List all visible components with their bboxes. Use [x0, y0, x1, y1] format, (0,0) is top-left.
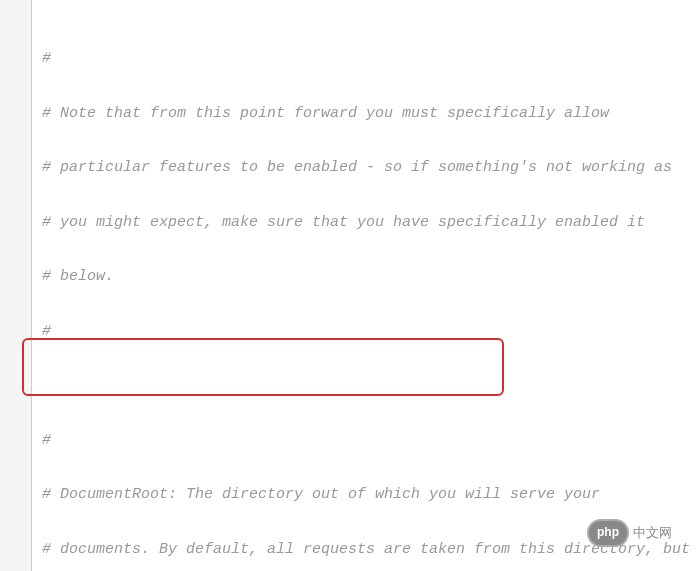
code-line-blank	[42, 372, 697, 400]
watermark-text: 中文网	[633, 521, 672, 544]
watermark: php 中文网	[587, 515, 697, 551]
code-line: # DocumentRoot: The directory out of whi…	[42, 481, 697, 509]
code-line: #	[42, 427, 697, 455]
watermark-logo: php	[587, 519, 629, 547]
editor-gutter	[0, 0, 32, 571]
code-line: #	[42, 318, 697, 346]
code-line: # Note that from this point forward you …	[42, 100, 697, 128]
code-line: # below.	[42, 263, 697, 291]
code-line: # you might expect, make sure that you h…	[42, 209, 697, 237]
code-line: # particular features to be enabled - so…	[42, 154, 697, 182]
code-editor-content: # # Note that from this point forward yo…	[32, 0, 697, 571]
code-line: #	[42, 45, 697, 73]
